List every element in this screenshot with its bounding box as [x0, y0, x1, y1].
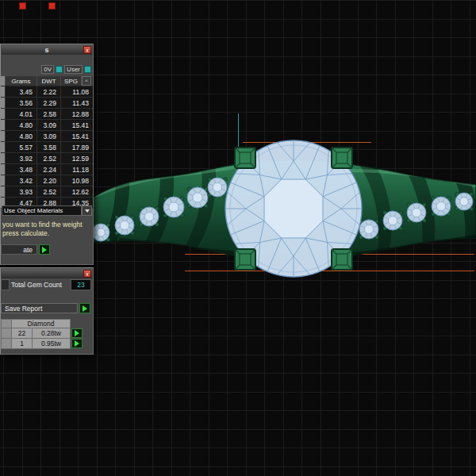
tab-indicator-icon[interactable]	[56, 66, 63, 73]
weights-table-row[interactable]: 3.922.5212.59	[1, 153, 93, 164]
weights-table-row[interactable]: 4.803.0915.41	[1, 120, 93, 131]
side-diamond[interactable]	[383, 211, 403, 231]
side-diamond[interactable]	[407, 203, 427, 223]
weights-panel: s x 0V User Grams DWT SPG ^ 3.452.2211.0…	[0, 44, 94, 265]
gem-count-cell: 22	[12, 328, 33, 339]
weights-cell: 15.41	[61, 120, 93, 130]
gem-table-body: 220.28tw10.95tw	[1, 328, 93, 349]
weights-cell: 12.88	[61, 109, 93, 119]
option-box[interactable]	[1, 279, 10, 290]
tab-indicator-icon[interactable]	[84, 66, 91, 73]
weights-cell: 3.56	[6, 98, 37, 108]
weights-cell: 12.59	[61, 153, 93, 163]
weights-table-row[interactable]: 3.422.2010.98	[1, 175, 93, 186]
column-spg[interactable]: SPG	[61, 76, 82, 86]
side-diamond[interactable]	[187, 187, 208, 208]
weights-table-row[interactable]: 4.803.0915.41	[1, 131, 93, 142]
weights-cell: 2.58	[37, 109, 61, 119]
weights-cell: 3.92	[6, 153, 37, 163]
weights-cell: 11.43	[61, 98, 93, 108]
tab-user[interactable]: User	[64, 65, 83, 74]
weights-cell: 12.62	[61, 186, 93, 197]
gem-weight-cell: 0.95tw	[33, 339, 71, 349]
side-diamond[interactable]	[208, 178, 228, 198]
side-diamond[interactable]	[115, 216, 135, 236]
column-grams[interactable]: Grams	[6, 76, 37, 86]
column-diamond[interactable]: Diamond	[12, 319, 71, 328]
prong[interactable]	[235, 148, 255, 168]
calculate-button[interactable]: ate	[1, 244, 37, 255]
row-header-cell	[1, 339, 12, 349]
calculate-play-button[interactable]	[39, 244, 50, 255]
weights-cell: 2.52	[37, 153, 61, 163]
weights-cell: 15.41	[61, 131, 93, 141]
materials-dropdown-row: Use Object Materials	[2, 205, 92, 216]
weights-cell: 3.42	[6, 175, 37, 186]
gem-table-row[interactable]: 10.95tw	[1, 339, 93, 349]
save-report-play-button[interactable]	[79, 303, 90, 313]
hint-text-line2: press calculate.	[2, 229, 49, 237]
corner-cell	[1, 319, 12, 328]
column-dwt[interactable]: DWT	[37, 76, 61, 86]
calculate-row: ate	[1, 244, 50, 255]
viewport[interactable]: s x 0V User Grams DWT SPG ^ 3.452.2211.0…	[0, 0, 476, 476]
materials-dropdown[interactable]: Use Object Materials	[2, 205, 82, 216]
weights-cell: 3.09	[37, 131, 61, 141]
scroll-up-icon[interactable]: ^	[82, 76, 91, 86]
gem-table-row[interactable]: 220.28tw	[1, 328, 93, 339]
weights-cell: 4.80	[6, 120, 37, 130]
play-icon	[75, 330, 79, 336]
total-gem-count-value: 23	[71, 279, 91, 290]
play-icon	[83, 305, 87, 312]
weights-cell: 17.89	[61, 142, 93, 152]
gem-weight-cell: 0.28tw	[33, 328, 71, 339]
weights-cell: 5.57	[6, 142, 37, 152]
weights-panel-title: s	[44, 46, 48, 54]
gem-table: Diamond 220.28tw10.95tw	[1, 319, 93, 349]
weights-cell: 10.98	[61, 175, 93, 186]
weights-table-body: 3.452.2211.083.562.2911.434.012.5812.884…	[1, 86, 93, 209]
prong[interactable]	[332, 249, 352, 270]
weights-table-row[interactable]: 3.452.2211.08	[1, 86, 93, 98]
weights-table-row[interactable]: 3.562.2911.43	[1, 98, 93, 109]
weights-table: Grams DWT SPG ^ 3.452.2211.083.562.2911.…	[1, 76, 93, 209]
side-diamond[interactable]	[359, 220, 379, 240]
weights-table-row[interactable]: 3.482.2411.18	[1, 164, 93, 175]
prong[interactable]	[235, 249, 255, 270]
weights-toolbar: 0V User	[41, 65, 91, 74]
chevron-down-icon	[85, 209, 90, 213]
viewport-marker-icon[interactable]	[19, 2, 26, 10]
weights-cell: 3.58	[37, 142, 61, 152]
gem-report-panel: x Total Gem Count 23 Save Report Diamond…	[0, 267, 94, 355]
weights-cell: 2.20	[37, 175, 61, 186]
weights-cell: 11.08	[61, 86, 93, 97]
hint-text-line1: you want to find the weight	[2, 221, 83, 228]
side-diamond[interactable]	[163, 197, 184, 217]
close-icon[interactable]: x	[83, 270, 91, 278]
weights-table-row[interactable]: 3.932.5212.62	[1, 186, 93, 198]
side-diamond[interactable]	[140, 207, 159, 227]
gem-row-play-button[interactable]	[71, 339, 83, 348]
weights-panel-titlebar[interactable]: s	[2, 45, 92, 55]
side-diamond[interactable]	[432, 197, 451, 217]
save-report-row: Save Report	[1, 303, 90, 313]
weights-table-row[interactable]: 4.012.5812.88	[1, 109, 93, 120]
gem-count-cell: 1	[12, 339, 33, 349]
gem-row-play-button[interactable]	[71, 328, 83, 338]
weights-table-row[interactable]: 5.573.5817.89	[1, 142, 93, 153]
weights-cell: 3.45	[6, 86, 37, 97]
viewport-marker-icon[interactable]	[48, 2, 56, 10]
weights-table-header: Grams DWT SPG ^	[1, 76, 93, 86]
close-icon[interactable]: x	[83, 46, 91, 54]
tab-0v[interactable]: 0V	[41, 65, 54, 74]
gem-panel-titlebar[interactable]	[2, 269, 92, 278]
dropdown-arrow-icon[interactable]	[82, 205, 92, 216]
weights-cell: 2.22	[37, 86, 61, 97]
gem-table-header: Diamond	[1, 319, 93, 328]
prong[interactable]	[332, 148, 352, 168]
play-icon	[75, 340, 79, 347]
save-report-button[interactable]: Save Report	[1, 303, 78, 313]
side-diamond[interactable]	[91, 223, 109, 241]
weights-cell: 4.80	[6, 131, 37, 141]
side-diamond[interactable]	[455, 192, 473, 210]
